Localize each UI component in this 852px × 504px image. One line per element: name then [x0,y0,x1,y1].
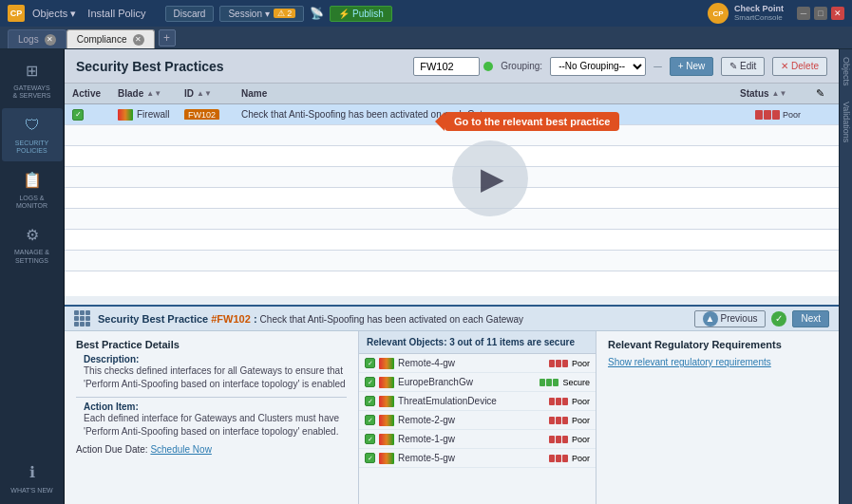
ro-status [549,455,568,462]
th-status: Status ▲▼ [740,88,816,99]
tab-bar: Logs ✕ Compliance ✕ + [0,27,852,49]
td-blade: Firewall [118,109,184,121]
bottom-panel: Security Best Practice #FW102 : Check th… [65,305,839,504]
panel-title-desc: Check that Anti-Spoofing has been activa… [260,314,523,325]
sidebar-item-security[interactable]: 🛡 SECURITY POLICIES [2,108,63,161]
bp-action: Action Item: Each defined interface for … [76,401,347,439]
whats-new-icon: ℹ [21,461,44,484]
previous-button[interactable]: ▲ Previous [694,310,767,327]
panel-nav: ▲ Previous ✓ Next [694,310,829,327]
nav-check-icon: ✓ [771,311,786,327]
sidebar-item-manage[interactable]: ⚙ MANAGE & SETTINGS [2,217,63,271]
bp-description: Description: This checks defined interfa… [76,354,347,391]
ro-row[interactable]: ✓ ThreatEmulationDevice Poor [359,392,596,411]
sidebar-label-logs: LOGS & MONITOR [16,195,47,211]
grouping-select[interactable]: --No Grouping-- [550,57,646,76]
td-active: ✓ [72,109,118,121]
ro-blade-icon [379,358,394,369]
ro-status [549,398,568,405]
ro-status [549,436,568,443]
ro-status [549,417,568,424]
sidebar-label-whats-new: WHAT'S NEW [10,487,52,495]
app-logo: CP [8,5,25,22]
right-sidebar: Objects Validations [839,49,852,504]
rr-title: Relevant Regulatory Requirements [608,339,827,350]
empty-table-area [65,125,839,296]
title-bar-menu: Objects ▾ Install Policy [32,8,146,20]
title-bar-left: CP Objects ▾ Install Policy Discard Sess… [8,5,702,22]
menu-install-policy[interactable]: Install Policy [87,8,145,20]
th-active: Active [72,88,118,99]
right-sidebar-tab-objects[interactable]: Objects [840,49,853,94]
page-title: Security Best Practices [76,59,224,74]
ro-row[interactable]: ✓ Remote-4-gw Poor [359,354,596,373]
maximize-button[interactable]: □ [814,7,827,20]
sidebar-label-security: SECURITY POLICIES [15,140,48,156]
panel-title: Security Best Practice #FW102 : Check th… [98,313,523,325]
publish-button[interactable]: ⚡ Publish [330,6,392,22]
sidebar-item-gateways[interactable]: ⊞ GATEWAYS & SERVERS [2,53,63,106]
ro-checkbox: ✓ [365,434,375,444]
sidebar-item-whats-new[interactable]: ℹ WHAT'S NEW [2,456,63,500]
ro-row[interactable]: ✓ Remote-2-gw Poor [359,411,596,430]
ro-checkbox: ✓ [365,396,375,406]
ro-checkbox: ✓ [365,415,375,425]
menu-objects[interactable]: Objects ▾ [32,8,76,20]
tab-compliance-close[interactable]: ✕ [133,34,144,46]
close-button[interactable]: ✕ [831,7,844,20]
ro-table: ✓ Remote-4-gw Poor ✓ EuropeB [359,354,596,504]
tab-compliance[interactable]: Compliance ✕ [66,29,155,48]
tab-add-button[interactable]: + [159,29,176,47]
ro-checkbox: ✓ [365,377,375,387]
arrow-annotation: Go to the relevant best practice [445,112,619,131]
minimize-button[interactable]: ─ [797,7,810,20]
ro-row[interactable]: ✓ Remote-5-gw Poor [359,449,596,468]
play-icon: ▶ [481,160,504,196]
panel-grid-icon [74,310,90,327]
main-layout: ⊞ GATEWAYS & SERVERS 🛡 SECURITY POLICIES… [0,49,852,504]
show-regulatory-link[interactable]: Show relevant regulatory requirements [608,357,771,367]
ro-checkbox: ✓ [365,358,375,368]
tab-logs[interactable]: Logs ✕ [8,29,66,48]
play-button[interactable]: ▶ [452,140,528,216]
fw-input[interactable] [413,57,480,76]
tab-logs-close[interactable]: ✕ [45,34,56,46]
delete-button[interactable]: ✕ Delete [772,57,827,76]
new-button[interactable]: + New [670,57,714,76]
th-edit: ✎ [816,87,831,100]
edit-button[interactable]: ✎ Edit [721,57,765,76]
brand: CP Check Point SmartConsole [708,3,784,24]
bp-details: Best Practice Details Description: This … [65,331,359,504]
content-area: Security Best Practices Grouping: --No G… [65,49,839,504]
fw-selector [413,57,493,76]
ro-blade-icon [379,415,394,426]
panel-title-num: #FW102 [211,313,251,325]
schedule-now-link[interactable]: Schedule Now [150,444,211,455]
bottom-panel-header: Security Best Practice #FW102 : Check th… [65,307,839,331]
th-id: ID ▲▼ [184,88,241,99]
content-toolbar: Security Best Practices Grouping: --No G… [65,49,839,84]
ro-row[interactable]: ✓ EuropeBranchGw Secure [359,373,596,392]
discard-button[interactable]: Discard [165,6,215,22]
th-blade: Blade ▲▼ [118,88,184,99]
next-button[interactable]: Next [792,310,829,327]
logs-icon: 📋 [21,169,44,192]
ro-status [540,379,559,386]
title-bar: CP Objects ▾ Install Policy Discard Sess… [0,0,852,27]
bottom-panel-content: Best Practice Details Description: This … [65,331,839,504]
prev-circle-icon: ▲ [703,311,718,327]
ro-blade-icon [379,453,394,464]
sidebar-item-logs[interactable]: 📋 LOGS & MONITOR [2,163,63,216]
td-id: FW102 [184,109,241,120]
sidebar-label-manage: MANAGE & SETTINGS [14,249,49,265]
session-button[interactable]: Session ▾ ⚠ 2 [219,6,304,22]
ro-row[interactable]: ✓ Remote-1-gw Poor [359,430,596,449]
sidebar: ⊞ GATEWAYS & SERVERS 🛡 SECURITY POLICIES… [0,49,65,504]
relevant-objects: Relevant Objects: 3 out of 11 items are … [359,331,596,504]
active-checkbox[interactable]: ✓ [72,109,84,121]
brand-logo: CP [708,3,729,24]
relevant-regulatory: Relevant Regulatory Requirements Show re… [596,331,839,504]
window-controls: ─ □ ✕ [797,7,844,20]
gateways-icon: ⊞ [21,59,44,82]
right-sidebar-tab-validations[interactable]: Validations [840,94,853,150]
